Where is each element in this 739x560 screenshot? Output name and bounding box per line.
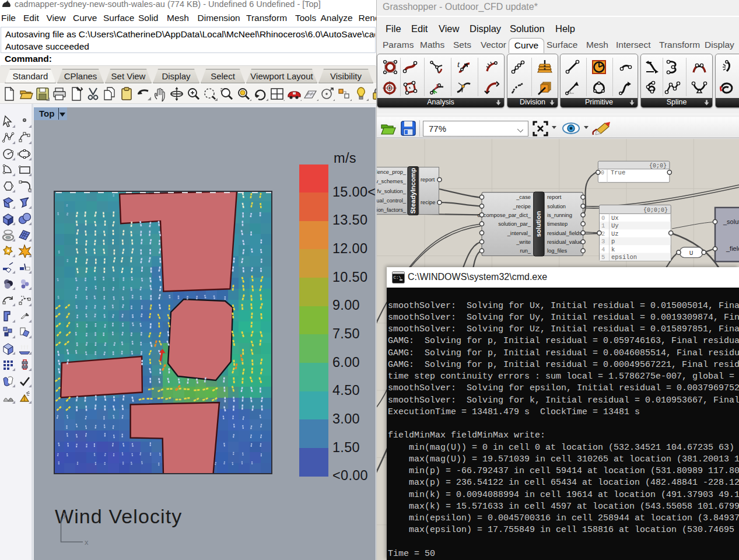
svg-text:recipe: recipe [421, 200, 435, 205]
svg-text:fv_schemes_: fv_schemes_ [376, 178, 407, 184]
svg-text:_field: _field [726, 245, 739, 252]
svg-text:Uy: Uy [611, 222, 619, 229]
svg-text:timestep: timestep [547, 221, 568, 227]
svg-text:SteadyIncomp: SteadyIncomp [409, 168, 416, 214]
svg-text:_recipe: _recipe [513, 204, 531, 209]
svg-text:k: k [611, 246, 615, 253]
svg-text:{0;0;0}: {0;0;0} [643, 207, 668, 214]
svg-text:residual_values: residual_values [547, 239, 585, 245]
svg-text:t: t [457, 60, 460, 69]
svg-text:tion_factors_: tion_factors_ [376, 207, 407, 213]
svg-text:2: 2 [601, 230, 605, 237]
svg-text:run_: run_ [520, 248, 531, 254]
svg-text:Ux: Ux [611, 215, 619, 222]
svg-text:5: 5 [601, 254, 605, 261]
svg-text:residual_fields: residual_fields [547, 230, 582, 236]
svg-text:fv_solution_: fv_solution_ [377, 188, 406, 194]
svg-text:3: 3 [601, 238, 605, 245]
svg-text:Uz: Uz [611, 230, 619, 237]
svg-text:_solution: _solution [723, 218, 739, 225]
svg-text:epsilon: epsilon [611, 254, 637, 261]
svg-text:True: True [611, 169, 625, 176]
svg-text:U: U [689, 250, 694, 257]
svg-text:solution: solution [547, 204, 566, 209]
svg-text:y: y [63, 510, 66, 519]
svg-text:_interval_: _interval_ [507, 230, 531, 236]
svg-text:ulence_prop_: ulence_prop_ [376, 169, 407, 175]
svg-text:C:\: C:\ [394, 275, 402, 280]
svg-text:1: 1 [601, 222, 605, 229]
svg-text:solution: solution [535, 211, 542, 237]
svg-text:4: 4 [601, 246, 605, 253]
svg-text:x: x [85, 538, 89, 547]
svg-text:solution_par_: solution_par_ [498, 221, 531, 227]
svg-text:p: p [611, 238, 615, 245]
svg-text:_write: _write [516, 239, 531, 245]
svg-text:report: report [421, 177, 435, 183]
svg-text:dual_control_: dual_control_ [376, 198, 407, 204]
svg-text:_case: _case [516, 194, 531, 200]
svg-text:{0;0}: {0;0} [649, 163, 667, 169]
svg-text:log_files: log_files [547, 248, 567, 254]
svg-text:decompose_par_dict_: decompose_par_dict_ [478, 212, 531, 218]
svg-text:0: 0 [601, 170, 604, 176]
svg-text:0: 0 [601, 215, 605, 222]
svg-text:report: report [547, 194, 562, 200]
svg-text:is_running: is_running [547, 212, 572, 218]
